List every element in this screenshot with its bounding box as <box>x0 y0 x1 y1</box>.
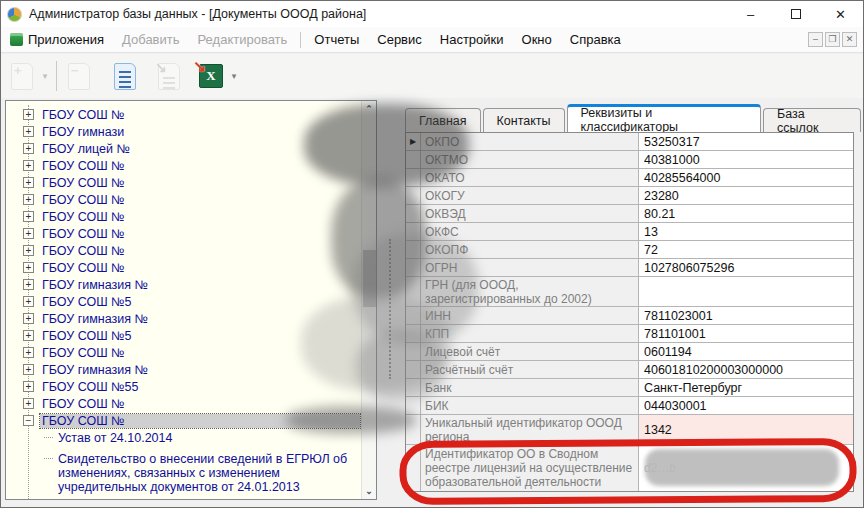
tree-document-1[interactable]: Устав от 24.10.2014 <box>56 431 356 445</box>
field-value[interactable]: 80.21 <box>639 205 853 222</box>
menu-item-6[interactable]: Настройки <box>431 28 513 51</box>
tab-bar: ГлавнаяКонтактыРеквизиты и классификатор… <box>405 104 863 132</box>
field-value[interactable]: 40381000 <box>639 151 853 168</box>
tree-item-label: ГБОУ СОШ №5 <box>40 295 133 309</box>
expand-icon[interactable]: + <box>23 262 34 273</box>
field-value[interactable]: 72 <box>639 241 853 258</box>
grid-row-13[interactable]: Расчётный счёт40601810200003000000 <box>406 361 853 379</box>
mdi-restore-button[interactable]: ❐ <box>825 32 840 47</box>
tree-item-9[interactable]: +ГБОУ СОШ № <box>6 242 376 259</box>
mdi-close-button[interactable]: ✕ <box>842 32 857 47</box>
excel-export-dropdown-icon[interactable]: ▾ <box>228 71 240 81</box>
view-document-button[interactable] <box>108 58 142 94</box>
add-document-dropdown-icon[interactable]: ▾ <box>39 71 51 81</box>
tree-item-label: ГБОУ СОШ №55 <box>40 380 140 394</box>
menu-item-7[interactable]: Окно <box>513 28 561 51</box>
menu-item-1[interactable]: Приложения <box>1 28 113 51</box>
expand-icon[interactable]: + <box>23 313 34 324</box>
expand-icon[interactable]: + <box>23 347 34 358</box>
tree-item-label: ГБОУ СОШ № <box>40 176 127 190</box>
grid-row-14[interactable]: БанкСанкт-Петербург <box>406 379 853 397</box>
field-value[interactable]: 044030001 <box>639 397 853 414</box>
tree-item-label: ГБОУ гимназия № <box>40 312 150 326</box>
tree-item-label: ГБОУ СОШ № <box>40 397 127 411</box>
expand-icon[interactable]: + <box>23 177 34 188</box>
expand-icon[interactable]: + <box>23 245 34 256</box>
maximize-button[interactable] <box>773 1 818 27</box>
expand-icon[interactable]: + <box>23 364 34 375</box>
applications-icon <box>10 33 23 46</box>
menu-item-5[interactable]: Сервис <box>368 28 431 51</box>
app-icon <box>7 7 22 22</box>
grid-row-2[interactable]: ОКТМО40381000 <box>406 151 853 169</box>
tab-3[interactable]: Реквизиты и классификаторы <box>567 104 762 132</box>
field-value[interactable]: 53250317 <box>639 133 853 150</box>
expand-icon[interactable]: + <box>23 296 34 307</box>
tree-item-5[interactable]: +ГБОУ СОШ № <box>6 174 376 191</box>
window-title: Администратор базы данных - [Документы О… <box>29 7 366 21</box>
menu-item-8[interactable]: Справка <box>561 28 630 51</box>
field-value[interactable]: 7811023001 <box>639 307 853 324</box>
tree-document-2[interactable]: Свидетельство о внесении сведений в ЕГРЮ… <box>56 452 356 494</box>
tab-2[interactable]: Контакты <box>483 108 565 132</box>
menu-separator <box>300 32 301 48</box>
expand-icon[interactable]: + <box>23 126 34 137</box>
grid-row-3[interactable]: ОКАТО40285564000 <box>406 169 853 187</box>
field-value[interactable]: 0601194 <box>639 343 853 360</box>
grid-row-12[interactable]: Лицевой счёт0601194 <box>406 343 853 361</box>
expand-icon[interactable]: + <box>23 228 34 239</box>
tree-item-10[interactable]: +ГБОУ СОШ № <box>6 259 376 276</box>
tree-item-7[interactable]: +ГБОУ СОШ № <box>6 208 376 225</box>
field-value[interactable]: 40285564000 <box>639 169 853 186</box>
tree-item-label: ГБОУ СОШ № <box>40 108 127 122</box>
scroll-down-icon[interactable]: ⌄ <box>362 483 376 499</box>
grid-row-1[interactable]: ▶ОКПО53250317 <box>406 133 853 151</box>
tab-4[interactable]: База ссылок <box>763 108 861 132</box>
expand-icon[interactable]: + <box>23 381 34 392</box>
add-document-button[interactable]: + <box>5 58 39 94</box>
remove-document-button[interactable]: − <box>62 58 96 94</box>
field-value[interactable]: 40601810200003000000 <box>639 361 853 378</box>
expand-icon[interactable]: + <box>23 143 34 154</box>
field-label: Лицевой счёт <box>421 343 639 360</box>
expand-icon[interactable]: + <box>23 160 34 171</box>
redaction-blur <box>304 104 469 186</box>
expand-icon[interactable]: + <box>23 194 34 205</box>
field-value[interactable] <box>639 277 853 306</box>
tree-item-11[interactable]: +ГБОУ гимназия № <box>6 276 376 293</box>
field-label: БИК <box>421 397 639 414</box>
grid-row-6[interactable]: ОКФС13 <box>406 223 853 241</box>
redaction-blur <box>356 331 446 401</box>
excel-icon: X ↘ <box>199 64 223 88</box>
grid-row-5[interactable]: ОКВЭД80.21 <box>406 205 853 223</box>
tree-item-17[interactable]: +ГБОУ СОШ №55 <box>6 378 376 395</box>
red-arrow-icon: ↘ <box>193 57 206 76</box>
field-value[interactable]: 1027806075296 <box>639 259 853 276</box>
excel-export-button[interactable]: X ↘ <box>194 58 228 94</box>
field-value[interactable]: 13 <box>639 223 853 240</box>
tree-item-label: ГБОУ лицей № <box>40 142 132 156</box>
tree-item-8[interactable]: +ГБОУ СОШ № <box>6 225 376 242</box>
grid-row-11[interactable]: КПП781101001 <box>406 325 853 343</box>
minimize-button[interactable]: – <box>728 1 773 27</box>
field-value[interactable]: Санкт-Петербург <box>639 379 853 396</box>
field-value[interactable]: 23280 <box>639 187 853 204</box>
import-document-button[interactable]: ↘ <box>152 58 186 94</box>
tree-item-6[interactable]: +ГБОУ СОШ № <box>6 191 376 208</box>
tree-item-label: ГБОУ СОШ № <box>40 227 127 241</box>
field-label: Банк <box>421 379 639 396</box>
expand-icon[interactable]: + <box>23 109 34 120</box>
expand-icon[interactable]: + <box>23 398 34 409</box>
expand-icon[interactable]: + <box>23 330 34 341</box>
close-button[interactable]: ✕ <box>818 1 863 27</box>
toolbar-separator <box>56 61 57 91</box>
mdi-minimize-button[interactable]: – <box>808 32 823 47</box>
collapse-icon[interactable]: − <box>23 415 34 426</box>
expand-icon[interactable]: + <box>23 211 34 222</box>
menu-item-4[interactable]: Отчеты <box>305 28 368 51</box>
field-value[interactable]: 781101001 <box>639 325 853 342</box>
expand-icon[interactable]: + <box>23 279 34 290</box>
grid-row-15[interactable]: БИК044030001 <box>406 397 853 415</box>
grid-row-7[interactable]: ОКОПФ72 <box>406 241 853 259</box>
grid-row-4[interactable]: ОКОГУ23280 <box>406 187 853 205</box>
